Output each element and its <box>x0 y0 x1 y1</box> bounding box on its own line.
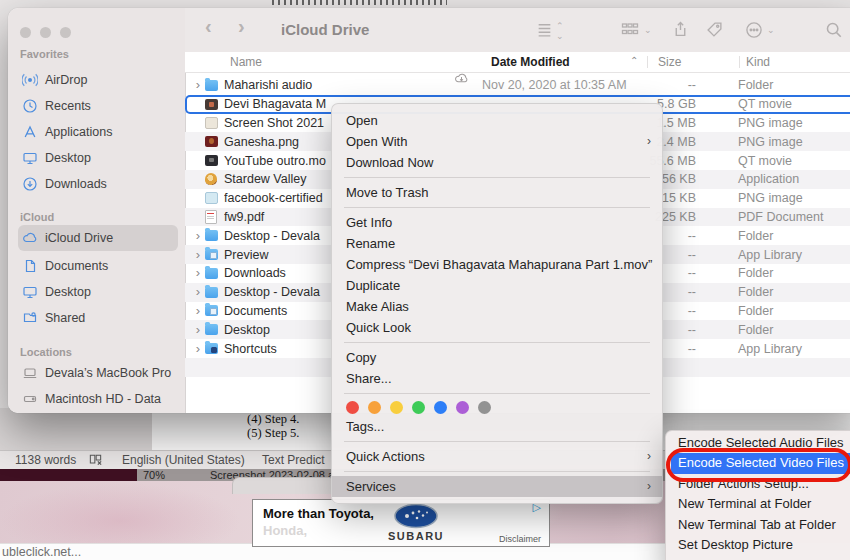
sidebar-item-recents[interactable]: Recents <box>18 93 178 119</box>
menu-item-get-info[interactable]: Get Info <box>332 212 662 233</box>
tag-gray[interactable] <box>478 401 491 414</box>
column-header-size[interactable]: Size <box>658 55 681 69</box>
menu-item-download-now[interactable]: Download Now <box>332 152 662 173</box>
subaru-ad-banner[interactable]: More than Toyota, Honda, SUBARU ▷ Discla… <box>252 499 550 547</box>
menu-item-move-to-trash[interactable]: Move to Trash <box>332 182 662 203</box>
icloud-download-icon[interactable] <box>454 71 469 89</box>
sidebar-item-icloud-drive[interactable]: iCloud Drive <box>18 225 178 251</box>
sidebar-item-documents[interactable]: Documents <box>18 253 178 279</box>
menu-separator <box>344 342 650 343</box>
column-header-name[interactable]: Name <box>230 55 262 69</box>
chevron-right-icon: › <box>647 131 651 152</box>
kind-cell: QT movie <box>738 97 792 111</box>
sort-ascending-icon[interactable]: ⌃ <box>630 55 638 66</box>
finder-sidebar: Favorites AirDrop Recents Applications <box>8 8 186 413</box>
menu-item-duplicate[interactable]: Duplicate <box>332 275 662 296</box>
disclosure-icon[interactable]: › <box>191 231 205 241</box>
tag-green[interactable] <box>412 401 425 414</box>
sidebar-item-shared[interactable]: Shared <box>18 305 178 331</box>
disclosure-icon[interactable]: › <box>191 287 205 297</box>
sidebar-item-label: Desktop <box>45 151 91 165</box>
sidebar-item-macintosh-hd[interactable]: Macintosh HD - Data <box>18 386 178 412</box>
menu-item-open-with[interactable]: Open With› <box>332 131 662 152</box>
menu-separator <box>344 471 650 472</box>
tag-icon[interactable] <box>706 21 723 42</box>
folder-icon <box>205 230 224 241</box>
kind-cell: Application <box>738 172 799 186</box>
tag-red[interactable] <box>346 401 359 414</box>
proofing-icon[interactable] <box>88 452 103 470</box>
sidebar-item-desktop-icloud[interactable]: Desktop <box>18 279 178 305</box>
kind-cell: PNG image <box>738 116 803 130</box>
column-divider[interactable] <box>647 56 648 68</box>
folder-icon <box>205 287 224 298</box>
disclosure-icon[interactable]: › <box>191 268 205 278</box>
sidebar-item-downloads[interactable]: Downloads <box>18 171 178 197</box>
tag-orange[interactable] <box>368 401 381 414</box>
shortcuts-folder-icon <box>205 343 224 354</box>
table-row[interactable]: › Maharishi audio Nov 20, 2020 at 10:35 … <box>185 76 850 95</box>
forward-chevron-icon[interactable]: › <box>238 15 245 38</box>
cloud-icon <box>22 230 38 246</box>
zoom-button[interactable] <box>60 27 71 38</box>
menu-item-compress[interactable]: Compress “Devi Bhagavata Mahapurana Part… <box>332 254 662 275</box>
chevron-down-icon[interactable]: ⌄ <box>644 25 652 35</box>
disclosure-icon[interactable]: › <box>191 306 205 316</box>
sidebar-item-desktop[interactable]: Desktop <box>18 145 178 171</box>
word-count[interactable]: 1138 words <box>15 453 76 467</box>
disclosure-icon[interactable]: › <box>191 325 205 335</box>
disclosure-icon[interactable]: › <box>191 344 205 354</box>
menu-item-quick-actions[interactable]: Quick Actions› <box>332 446 662 467</box>
menu-item-rename[interactable]: Rename <box>332 233 662 254</box>
document-icon <box>22 258 38 274</box>
more-options-icon[interactable] <box>745 21 763 43</box>
pdf-icon <box>205 210 224 224</box>
text-predict-label[interactable]: Text Predict <box>262 453 325 467</box>
chevron-right-icon: › <box>647 476 651 497</box>
disclosure-icon[interactable]: › <box>191 80 205 90</box>
sidebar-section-favorites: Favorites <box>20 48 69 60</box>
chevron-down-icon[interactable]: ⌄ <box>767 25 775 35</box>
menu-item-open[interactable]: Open <box>332 110 662 131</box>
group-view-icon[interactable] <box>621 21 639 42</box>
column-header-kind[interactable]: Kind <box>746 55 770 69</box>
kind-cell: PNG image <box>738 191 803 205</box>
tag-yellow[interactable] <box>390 401 403 414</box>
kind-cell: Folder <box>738 285 773 299</box>
search-icon[interactable] <box>825 21 843 43</box>
kind-cell: Folder <box>738 304 773 318</box>
sidebar-item-macbook[interactable]: Devala’s MacBook Pro <box>18 360 178 386</box>
minimize-button[interactable] <box>40 27 51 38</box>
maroon-bar <box>0 469 137 481</box>
menu-item-quick-look[interactable]: Quick Look <box>332 317 662 338</box>
sidebar-item-applications[interactable]: Applications <box>18 119 178 145</box>
menu-item-copy[interactable]: Copy <box>332 347 662 368</box>
column-divider[interactable] <box>739 56 740 68</box>
sidebar-item-airdrop[interactable]: AirDrop <box>18 67 178 93</box>
sidebar-item-label: Applications <box>45 125 112 139</box>
subaru-logo-icon <box>393 503 439 533</box>
laptop-icon <box>22 365 38 381</box>
tag-purple[interactable] <box>456 401 469 414</box>
red-annotation-oval <box>666 448 850 482</box>
ad-disclaimer-link[interactable]: Disclaimer <box>499 534 541 544</box>
share-icon[interactable] <box>672 21 689 42</box>
column-header-date[interactable]: Date Modified <box>491 55 570 69</box>
submenu-item-new-terminal-tab[interactable]: New Terminal Tab at Folder <box>666 515 850 535</box>
menu-item-services[interactable]: Services› <box>332 476 662 497</box>
close-button[interactable] <box>20 27 31 38</box>
list-view-icon[interactable] <box>536 21 553 42</box>
submenu-item-set-desktop-picture[interactable]: Set Desktop Picture <box>666 535 850 555</box>
menu-item-make-alias[interactable]: Make Alias <box>332 296 662 317</box>
movie-thumbnail-icon <box>205 155 224 166</box>
back-chevron-icon[interactable]: ‹ <box>205 15 212 38</box>
disclosure-icon[interactable]: › <box>191 250 205 260</box>
sort-chevrons-icon[interactable]: ⌃⌄ <box>556 21 564 41</box>
submenu-item-new-terminal[interactable]: New Terminal at Folder <box>666 494 850 514</box>
tag-blue[interactable] <box>434 401 447 414</box>
menu-item-tags[interactable]: Tags... <box>332 416 662 437</box>
menu-item-share[interactable]: Share... <box>332 368 662 389</box>
column-header-row: Name Date Modified ⌃ Size Kind <box>185 52 850 73</box>
sidebar-item-label: Downloads <box>45 177 107 191</box>
language-selector[interactable]: English (United States) <box>122 453 245 467</box>
